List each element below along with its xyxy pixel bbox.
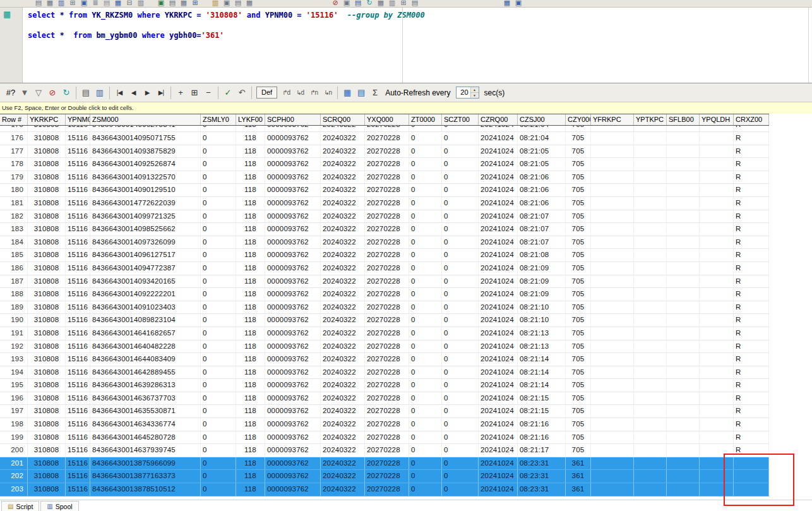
table-cell[interactable]: 0000093762 (265, 158, 321, 171)
table-cell[interactable]: 0000093762 (265, 301, 321, 314)
table-cell[interactable] (634, 392, 667, 405)
table-cell[interactable]: 20270228 (365, 288, 409, 301)
table-cell[interactable]: 20240322 (321, 145, 365, 158)
table-cell[interactable]: 0000093762 (265, 444, 321, 457)
table-cell[interactable]: 84366430013875966099 (90, 457, 201, 470)
table-cell[interactable]: 0 (442, 158, 479, 171)
tab-spool[interactable]: ▥Spool (40, 501, 78, 511)
table-cell[interactable] (700, 314, 734, 327)
table-cell[interactable] (634, 418, 667, 431)
table-cell[interactable]: 08:21:05 (518, 158, 566, 171)
table-cell[interactable]: 118 (236, 158, 265, 171)
table-cell[interactable] (667, 314, 700, 327)
table-cell[interactable]: 187 (0, 275, 28, 288)
table-cell[interactable] (700, 366, 734, 379)
table-cell[interactable]: 310808 (28, 444, 66, 457)
table-cell[interactable]: 20240322 (321, 392, 365, 405)
table-cell[interactable]: 84366430013877163373 (90, 470, 201, 483)
table-cell[interactable]: 203 (0, 483, 28, 496)
table-row[interactable]: 1843108081511684366430014097326099011800… (0, 236, 769, 249)
table-cell[interactable]: 0 (201, 223, 236, 236)
table-cell[interactable]: 118 (236, 470, 265, 483)
table-cell[interactable]: 705 (566, 126, 591, 131)
table-cell[interactable] (591, 197, 634, 210)
table-cell[interactable] (700, 184, 734, 196)
table-cell[interactable] (667, 197, 700, 210)
table-cell[interactable] (634, 223, 667, 236)
table-cell[interactable]: 0000093762 (265, 126, 321, 131)
table-cell[interactable]: 310808 (28, 171, 66, 184)
table-cell[interactable]: 310808 (28, 470, 66, 483)
table-cell[interactable]: 198 (0, 418, 28, 431)
table-cell[interactable] (634, 275, 667, 288)
grid-view-icon[interactable]: ▦ (340, 86, 354, 100)
table-cell[interactable]: 118 (236, 301, 265, 314)
table-cell[interactable]: 84366430014093875829 (90, 145, 201, 158)
table-cell[interactable]: R (734, 184, 769, 196)
table-cell[interactable]: R (734, 405, 769, 418)
table-cell[interactable]: 0 (201, 210, 236, 223)
table-cell[interactable]: 0 (201, 366, 236, 379)
table-cell[interactable]: 0 (442, 340, 479, 353)
table-cell[interactable]: 0 (409, 366, 442, 379)
table-cell[interactable]: 118 (236, 223, 265, 236)
table-cell[interactable]: R (734, 126, 769, 131)
table-row[interactable]: 1893108081511684366430014091023403011800… (0, 301, 769, 315)
table-cell[interactable] (700, 126, 734, 131)
table-cell[interactable]: 705 (566, 158, 591, 171)
table-cell[interactable]: 20240322 (321, 431, 365, 444)
table-cell[interactable]: 0000093762 (265, 418, 321, 431)
table-cell[interactable]: 118 (236, 405, 265, 418)
table-cell[interactable]: 20240322 (321, 197, 365, 210)
delete-row-icon[interactable]: − (201, 86, 215, 100)
table-cell[interactable] (700, 353, 734, 366)
table-cell[interactable]: 185 (0, 249, 28, 262)
table-cell[interactable]: 196 (0, 392, 28, 405)
table-cell[interactable]: 0000093762 (265, 431, 321, 444)
table-cell[interactable]: 08:21:09 (518, 275, 566, 288)
sql-editor[interactable]: select * from YK_RKZSM0 where YKRKPC = '… (28, 10, 425, 40)
table-cell[interactable]: 20270228 (365, 431, 409, 444)
table-cell[interactable] (667, 431, 700, 444)
table-cell[interactable] (700, 418, 734, 431)
table-cell[interactable] (667, 418, 700, 431)
table-cell[interactable]: 310808 (28, 457, 66, 470)
table-cell[interactable]: 0 (201, 314, 236, 327)
table-cell[interactable]: 179 (0, 171, 28, 184)
table-cell[interactable] (634, 457, 667, 470)
table-cell[interactable]: 20241024 (479, 288, 518, 301)
table-cell[interactable]: 15116 (66, 301, 90, 314)
column-header[interactable]: YPQLDH (700, 114, 734, 125)
table-cell[interactable]: 0 (442, 197, 479, 210)
table-cell[interactable]: 20240322 (321, 236, 365, 249)
table-cell[interactable] (667, 249, 700, 262)
table-cell[interactable]: 84366430014098525662 (90, 223, 201, 236)
table-cell[interactable]: 361 (566, 457, 591, 470)
table-cell[interactable]: 0 (409, 210, 442, 223)
table-cell[interactable]: 0 (409, 249, 442, 262)
table-cell[interactable]: 20241024 (479, 158, 518, 171)
table-cell[interactable]: 118 (236, 314, 265, 327)
table-cell[interactable]: 84366430014091322570 (90, 171, 201, 184)
table-cell[interactable]: 08:21:09 (518, 262, 566, 275)
table-cell[interactable] (634, 288, 667, 301)
table-cell[interactable]: R (734, 314, 769, 327)
table-cell[interactable]: 705 (566, 444, 591, 457)
table-cell[interactable]: 20240322 (321, 171, 365, 184)
table-cell[interactable]: 0 (442, 379, 479, 392)
table-cell[interactable]: 310808 (28, 431, 66, 444)
table-cell[interactable]: 84366430014636737703 (90, 392, 201, 405)
table-cell[interactable]: 20270228 (365, 158, 409, 171)
table-cell[interactable]: 310808 (28, 301, 66, 314)
table-row[interactable]: 1793108081511684366430014091322570011800… (0, 171, 769, 184)
table-cell[interactable] (667, 327, 700, 340)
table-cell[interactable]: 20241024 (479, 314, 518, 327)
column-header[interactable]: LYKF00 (236, 114, 265, 125)
column-header[interactable]: CZY000 (566, 114, 591, 125)
table-cell[interactable]: 0000093762 (265, 366, 321, 379)
table-cell[interactable] (700, 301, 734, 314)
table-cell[interactable] (700, 483, 734, 496)
table-cell[interactable] (700, 197, 734, 210)
table-cell[interactable]: 0000093762 (265, 249, 321, 262)
table-cell[interactable]: 0 (201, 431, 236, 444)
